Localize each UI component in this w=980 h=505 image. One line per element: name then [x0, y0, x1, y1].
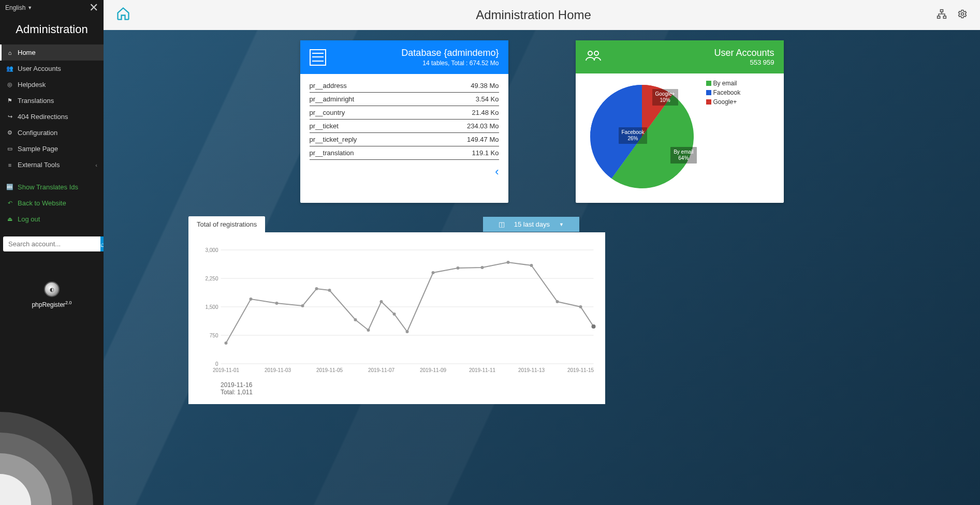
svg-text:2019-11-15: 2019-11-15	[567, 367, 594, 373]
svg-point-34	[354, 318, 357, 321]
svg-text:1,500: 1,500	[205, 304, 218, 310]
caret-down-icon: ▼	[27, 5, 32, 10]
chevron-left-icon: ‹	[95, 162, 97, 168]
svg-point-45	[579, 305, 582, 308]
svg-point-1	[0, 433, 72, 505]
table-row: pr__address49.38 Mo	[310, 79, 499, 93]
svg-point-42	[507, 261, 510, 264]
users-icon: 👥	[6, 65, 13, 72]
table-row: pr__ticket_reply149.47 Mo	[310, 133, 499, 146]
nav-actions: 🔤Show Translates Ids ↶Back to Website ⏏L…	[0, 179, 104, 227]
svg-point-41	[481, 266, 484, 269]
ua-count: 553 959	[602, 58, 774, 66]
svg-point-31	[301, 304, 304, 307]
svg-point-44	[556, 300, 559, 303]
db-table-list: pr__address49.38 Mo pr__adminright3.54 K…	[300, 74, 508, 163]
svg-point-2	[0, 453, 52, 505]
svg-point-8	[588, 51, 592, 55]
home-button[interactable]	[116, 6, 130, 24]
svg-rect-5	[938, 16, 940, 18]
svg-text:2019-11-01: 2019-11-01	[213, 367, 240, 373]
svg-text:750: 750	[210, 333, 218, 338]
svg-text:0: 0	[215, 361, 218, 367]
registrations-chart: Total of registrations ◫ 15 last days ▼	[188, 216, 605, 404]
page-title: Administration Home	[130, 8, 937, 22]
topbar: Administration Home	[104, 0, 980, 30]
ua-title: User Accounts	[602, 48, 774, 58]
pie-label-google: Google+10%	[652, 89, 678, 106]
nav-sample-page[interactable]: ▭Sample Page	[0, 141, 104, 157]
home-icon: ⌂	[6, 49, 13, 56]
nav-home[interactable]: ⌂Home	[0, 44, 104, 61]
db-subtitle: 14 tables, Total : 674.52 Mo	[326, 60, 499, 67]
svg-rect-4	[941, 9, 943, 11]
svg-text:2019-11-13: 2019-11-13	[518, 367, 545, 373]
action-show-translates[interactable]: 🔤Show Translates Ids	[0, 179, 104, 195]
nav-menu: ⌂Home 👥User Accounts ◎Helpdesk ⚑Translat…	[0, 44, 104, 173]
redirect-icon: ↪	[6, 113, 13, 121]
chart-tooltip: 2019-11-16 Total: 1,011	[221, 378, 599, 399]
caret-down-icon: ▼	[559, 222, 564, 227]
search-input[interactable]	[3, 236, 100, 251]
sidebar: English ▼ ✕ Administration ⌂Home 👥User A…	[0, 0, 104, 505]
settings-icon[interactable]	[957, 9, 968, 22]
chart-icon: ◫	[499, 220, 505, 228]
nav-helpdesk[interactable]: ◎Helpdesk	[0, 77, 104, 93]
database-icon	[310, 49, 326, 66]
language-select[interactable]: English ▼	[5, 4, 32, 11]
range-dropdown[interactable]: ◫ 15 last days ▼	[483, 217, 579, 232]
nav-404[interactable]: ↪404 Redirections	[0, 109, 104, 125]
tools-icon: ≡	[6, 161, 13, 169]
svg-text:2019-11-11: 2019-11-11	[469, 367, 496, 373]
svg-point-3	[0, 474, 31, 505]
svg-text:2019-11-03: 2019-11-03	[265, 367, 291, 373]
svg-point-43	[530, 264, 533, 267]
translate-icon: 🔤	[6, 184, 13, 191]
users-icon	[585, 49, 602, 65]
table-row: pr__ticket234.03 Mo	[310, 120, 499, 133]
logo-icon: ◐	[44, 281, 60, 297]
pie-label-facebook: Facebook26%	[619, 127, 648, 144]
chart-tab[interactable]: Total of registrations	[188, 216, 265, 232]
close-icon[interactable]: ✕	[89, 1, 98, 14]
svg-text:2,250: 2,250	[205, 276, 218, 281]
table-row: pr__country21.48 Ko	[310, 106, 499, 120]
svg-point-29	[250, 298, 253, 301]
sitemap-icon[interactable]	[937, 9, 947, 22]
database-card: Database {admindemo} 14 tables, Total : …	[300, 40, 508, 203]
nav-user-accounts[interactable]: 👥User Accounts	[0, 61, 104, 77]
svg-text:3,000: 3,000	[205, 247, 218, 253]
svg-point-33	[328, 289, 331, 292]
svg-point-0	[0, 412, 93, 505]
nav-external-tools[interactable]: ≡External Tools‹	[0, 157, 104, 173]
svg-text:2019-11-05: 2019-11-05	[316, 367, 343, 373]
logo: ◐ phpRegister2.0	[0, 281, 104, 308]
pie-chart: Google+10% Facebook26% By email64%	[585, 80, 699, 194]
logout-icon: ⏏	[6, 216, 13, 223]
nav-configuration[interactable]: ⚙Configuration	[0, 125, 104, 141]
action-logout[interactable]: ⏏Log out	[0, 211, 104, 227]
svg-point-39	[432, 271, 435, 274]
table-row: pr__translation119.1 Ko	[310, 146, 499, 160]
flag-icon: ⚑	[6, 97, 13, 105]
svg-point-32	[315, 287, 318, 290]
svg-point-9	[594, 51, 598, 55]
svg-point-30	[275, 302, 279, 305]
svg-point-37	[393, 313, 396, 316]
svg-point-40	[457, 266, 460, 270]
svg-text:2019-11-07: 2019-11-07	[368, 367, 395, 373]
line-chart-svg: 3,000 2,250 1,500 750 0 2019-11-01 2019-…	[195, 240, 599, 374]
main: Administration Home Database {admindemo}…	[104, 0, 980, 505]
db-prev-icon[interactable]: ‹	[495, 165, 499, 178]
svg-point-28	[225, 341, 228, 345]
user-accounts-card: User Accounts 553 959	[576, 40, 784, 203]
action-back-website[interactable]: ↶Back to Website	[0, 195, 104, 211]
svg-rect-6	[943, 16, 946, 18]
svg-point-38	[406, 330, 409, 333]
back-icon: ↶	[6, 200, 13, 207]
page-icon: ▭	[6, 145, 13, 153]
nav-translations[interactable]: ⚑Translations	[0, 93, 104, 109]
svg-point-35	[367, 329, 370, 332]
gear-icon: ⚙	[6, 129, 13, 137]
pie-label-email: By email64%	[670, 147, 696, 164]
